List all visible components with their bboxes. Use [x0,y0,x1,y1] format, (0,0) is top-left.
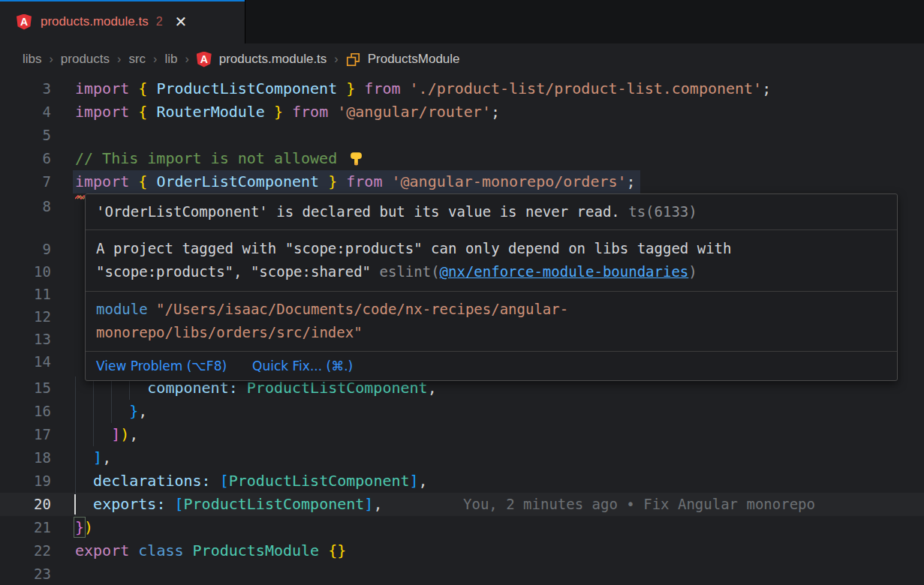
token: , [428,379,437,397]
token [401,80,410,98]
token: ProductsModule [193,542,320,560]
code-line-16[interactable]: }, [75,400,147,423]
line-number-18[interactable]: 18 [0,446,51,470]
token: ProductListComponent [184,495,365,513]
token: from [346,172,382,190]
token: } [328,172,337,190]
line-number-16[interactable]: 16 [0,400,51,423]
code-line-18[interactable]: ], [75,446,111,470]
line-number-10[interactable]: 10 [0,260,51,284]
line-number-23[interactable]: 23 [0,562,51,585]
code-editor[interactable]: 'OrderListComponent' is declared but its… [0,75,924,585]
token: import [75,103,129,121]
token: } [129,402,138,420]
code-line-4[interactable]: import { RouterModule } from '@angular/r… [75,100,500,124]
token: ; [627,172,636,190]
class-symbol-icon [346,52,360,67]
token: , [102,448,111,466]
token [328,103,337,121]
token: '@angular-monorepo/orders' [391,172,626,190]
token: ] [364,495,373,513]
code-line-17[interactable]: ]), [75,423,138,446]
token: } [346,80,355,98]
active-tab-accent [0,0,245,2]
breadcrumb-separator: › [185,52,188,66]
code-line-6[interactable]: // This import is not allowed [75,147,364,170]
token [283,103,292,121]
breadcrumb-item-lib[interactable]: lib [164,52,177,67]
view-problem-button[interactable]: View Problem (⌥F8) [96,358,227,374]
token [129,172,138,190]
token: } [75,518,84,536]
line-number-17[interactable]: 17 [0,423,51,446]
token [129,542,138,560]
line-number-3[interactable]: 3 [0,77,51,100]
token: ) [120,425,129,443]
line-number-21[interactable]: 21 [0,516,51,539]
token: ; [762,80,771,98]
module-path-line2: monorepo/libs/orders/src/index" [96,324,363,340]
line-number-12[interactable]: 12 [0,305,51,328]
tab-close-icon[interactable]: ✕ [175,14,188,29]
token: { [138,103,147,121]
token: { [138,172,147,190]
line-number-19[interactable]: 19 [0,470,51,493]
token: component: [147,379,237,397]
indent-guide [93,400,94,423]
token: , [419,472,428,490]
breadcrumb-item-products[interactable]: products [61,52,110,67]
token: OrderListComponent [147,172,328,190]
token [238,379,247,397]
token [211,472,220,490]
token: ) [84,518,93,536]
token [337,172,346,190]
token: { [138,80,147,98]
breadcrumb-item-src[interactable]: src [128,52,146,67]
line-number-13[interactable]: 13 [0,328,51,351]
token: {} [328,542,346,560]
indent-guide [93,423,94,446]
git-blame-annotation: You, 2 minutes ago • Fix Angular monorep… [463,493,815,516]
indent-guide [75,470,76,493]
line-number-15[interactable]: 15 [0,376,51,400]
hover-ts-diagnostic: 'OrderListComponent' is declared but its… [86,194,897,230]
code-line-3[interactable]: import { ProductListComponent } from './… [75,77,771,100]
indent-guide [75,376,76,400]
line-number-6[interactable]: 6 [0,147,51,170]
breadcrumb-separator: › [153,52,157,66]
line-number-22[interactable]: 22 [0,539,51,562]
code-line-22[interactable]: export class ProductsModule {} [75,539,346,562]
line-number-4[interactable]: 4 [0,100,51,124]
code-line-21[interactable]: }) [75,516,93,539]
token: export [75,542,129,560]
line-number-9[interactable]: 9 [0,238,51,261]
indent-guide [75,446,76,470]
tab-title: products.module.ts [41,14,149,29]
breadcrumb-separator: › [117,52,121,66]
tab-products-module[interactable]: A products.module.ts 2 ✕ [0,0,245,44]
token: exports: [93,495,165,513]
token: ProductListComponent [229,472,410,490]
token: import [75,80,129,98]
line-number-7[interactable]: 7 [0,170,51,194]
line-number-8[interactable]: 8 [0,195,51,218]
token: , [373,495,382,513]
code-line-20[interactable]: exports: [ProductListComponent], [75,493,382,516]
line-number-5[interactable]: 5 [0,124,51,147]
indent-guide [111,400,112,423]
token: [ [174,495,183,513]
eslint-rule-link[interactable]: @nx/enforce-module-boundaries [440,263,689,280]
module-keyword: module [96,301,148,317]
breadcrumb-item-symbol[interactable]: ProductsModule [368,52,460,67]
token [75,402,129,420]
token: ProductListComponent [147,80,346,98]
breadcrumb-item-libs[interactable]: libs [23,52,42,67]
code-line-19[interactable]: declarations: [ProductListComponent], [75,470,428,493]
token: class [138,542,183,560]
quick-fix-button[interactable]: Quick Fix... (⌘.) [252,358,353,374]
line-number-14[interactable]: 14 [0,350,51,374]
token: from [364,80,400,98]
breadcrumb-item-file[interactable]: products.module.ts [219,52,327,67]
token: ] [111,425,120,443]
line-number-11[interactable]: 11 [0,283,51,306]
